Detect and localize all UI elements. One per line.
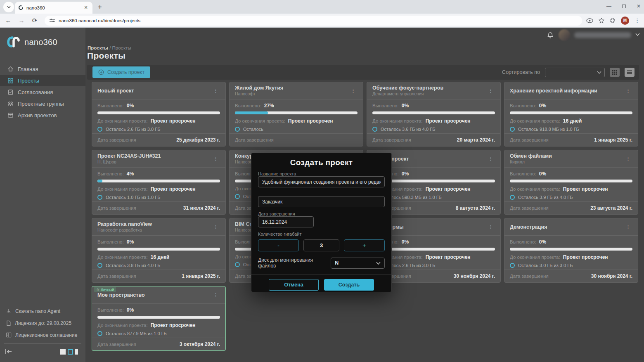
project-card[interactable]: Демонстрация ⋮ Выполнено: 0% До окончани… [504,218,638,283]
gigabytes-plus-button[interactable]: + [344,239,385,251]
remaining-text: Осталось 3.9 ГБ из 4.0 ГБ [518,195,573,200]
notifications-bell-icon[interactable] [547,32,554,39]
window-close-button[interactable]: ✕ [637,3,641,9]
view-indicator-square-2[interactable] [68,349,73,355]
cancel-button[interactable]: Отмена [269,279,319,291]
progress-fill [235,111,268,114]
date-value: 30 ноября 2024 г. [591,273,632,279]
bookmark-star-icon[interactable] [599,18,604,24]
browser-menu-icon[interactable]: ⋮ [635,17,640,24]
card-menu-icon[interactable]: ⋮ [486,87,495,95]
date-value: 23 августа 2024 г. [590,205,632,211]
sidebar-item-projects[interactable]: Проекты [0,75,85,86]
user-menu-chevron-icon[interactable] [635,33,640,36]
storage-ring-icon [235,194,240,199]
license-doc-icon [6,320,11,326]
deadline-value: Проект просрочен [426,186,471,192]
sidebar-item-home[interactable]: Главная [0,63,85,75]
date-value: 31 июля 2024 г. [183,205,220,211]
remaining-text: Осталось 1.0 ГБ из 1.0 ГБ [106,195,160,200]
progress-bar [510,180,632,182]
deadline-value: Проект просрочен [426,254,471,260]
groups-icon [7,101,14,107]
reload-button[interactable]: ⟳ [30,16,40,26]
license-until-link[interactable]: Лицензия до: 29.08.2025 [0,317,85,329]
project-card[interactable]: Жилой дом Якутия Нанософт ⋮ Выполнено: 2… [229,82,363,147]
password-eye-icon[interactable] [586,18,593,23]
list-view-button[interactable] [625,68,635,77]
tab-title: nano360 [26,5,80,10]
download-nano-agent-link[interactable]: Скачать nano Agent [0,305,85,317]
user-avatar[interactable] [559,29,570,41]
project-name-input[interactable] [258,176,385,187]
tab-close-icon[interactable]: ✕ [83,5,89,11]
sort-by-label: Сортировать по [502,69,540,75]
view-indicator-square-1[interactable] [60,349,66,355]
collapse-left-icon [5,349,12,355]
license-agreement-link[interactable]: Лицензионное соглашение [0,329,85,341]
disk-mount-select[interactable]: N [331,258,385,269]
extensions-puzzle-icon[interactable] [610,18,616,24]
gigabytes-minus-button[interactable]: - [258,239,299,251]
sidebar-item-archive[interactable]: Архив проектов [0,109,85,121]
browser-tabstrip: nano360 ✕ + — ✕ [0,0,644,14]
card-menu-icon[interactable]: ⋮ [211,223,220,231]
badge-label: Личный [101,288,114,292]
project-subtitle: Кирилл [510,159,624,164]
project-card[interactable]: Обмен файлами Кирилл ⋮ Выполнено: 0% До … [504,150,638,215]
browser-profile-avatar[interactable]: M [621,17,629,25]
sort-by-select[interactable] [545,68,605,77]
sidebar: nano360 Главная Проекты Согласования Про… [0,28,85,362]
user-name-redacted[interactable] [574,32,631,38]
approvals-icon [7,89,14,95]
card-menu-icon[interactable]: ⋮ [486,223,495,231]
project-title: Хранение проектной информации [510,88,624,94]
back-button[interactable]: ← [3,16,13,26]
project-card[interactable]: Новый проект ⋮ Выполнено: 0% До окончани… [92,82,226,147]
project-card[interactable]: Обучение фокус-партнеров Департамент упр… [367,82,501,147]
view-indicator-square-3[interactable] [75,349,78,355]
url-bar[interactable]: nano360.nanocad.ru/bim/docs/projects [45,16,582,26]
create-project-button[interactable]: Создать проект [92,66,150,78]
card-menu-icon[interactable]: ⋮ [211,291,220,299]
deadline-label: До окончания проекта: [97,187,148,192]
new-tab-button[interactable]: + [95,2,105,12]
card-menu-icon[interactable]: ⋮ [349,87,358,95]
sidebar-collapse-button[interactable] [5,349,12,355]
project-card[interactable]: Хранение проектной информации ⋮ Выполнен… [504,82,638,147]
breadcrumb-current: Проекты [112,45,131,50]
card-menu-icon[interactable]: ⋮ [486,155,495,163]
tab-search-button[interactable] [3,2,14,12]
storage-ring-icon [97,127,102,132]
sidebar-item-approvals[interactable]: Согласования [0,86,85,98]
deadline-label: До окончания проекта: [97,255,148,260]
window-maximize-button[interactable] [622,5,626,8]
sidebar-item-project-groups[interactable]: Проектные группы [0,98,85,109]
card-menu-icon[interactable]: ⋮ [211,155,220,163]
completion-date-input[interactable] [258,216,314,227]
card-menu-icon[interactable]: ⋮ [624,87,632,95]
date-value: 1 января 2025 г. [182,273,220,279]
remaining-text: Осталось 3.0 ГБ из 3.0 ГБ [518,263,573,268]
breadcrumb-projects[interactable]: Проекты [88,45,108,50]
deadline-label: До окончания проекта: [510,118,560,123]
progress-bar [97,248,220,251]
grid-view-button[interactable] [610,68,620,77]
project-card[interactable]: Проект NC24AS-JUH#321 Н. Щуров ⋮ Выполне… [92,150,226,215]
progress-value: 0% [539,103,546,109]
modal-create-button[interactable]: Создать [324,279,374,291]
card-menu-icon[interactable]: ⋮ [624,223,632,231]
deadline-value: 16 дней [151,254,170,260]
project-card[interactable]: Разработка nanoView Нанософт разработка … [92,218,226,283]
progress-label: Выполнено: [97,308,124,312]
card-menu-icon[interactable]: ⋮ [211,87,220,95]
deadline-value: Проект просрочен [563,254,608,260]
progress-value: 0% [127,103,134,109]
card-menu-icon[interactable]: ⋮ [624,155,632,163]
project-card[interactable]: ☆ Личный Мое пространство ⋮ Выполнено: 0… [92,286,226,351]
customer-input[interactable] [258,196,385,207]
deadline-label: До окончания проекта: [235,118,285,123]
window-minimize-button[interactable]: — [606,3,611,9]
forward-button[interactable]: → [17,16,26,26]
browser-tab[interactable]: nano360 ✕ [15,2,92,14]
